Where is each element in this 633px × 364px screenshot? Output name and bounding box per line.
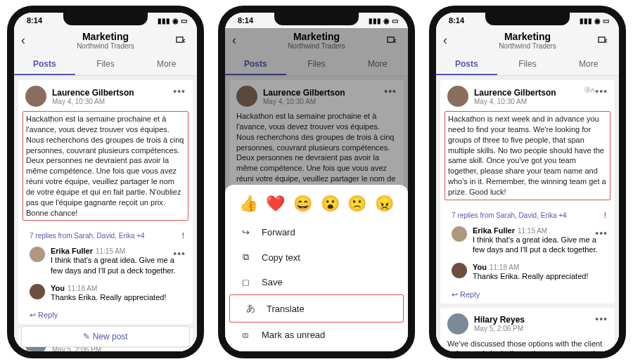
team-subtitle: Northwind Traders: [459, 42, 596, 50]
priority-icon: !: [604, 212, 606, 219]
tab-posts[interactable]: Posts: [436, 54, 497, 75]
reply-item[interactable]: You11:18 AM Thanks Erika. Really appreci…: [18, 280, 193, 306]
post-time: May 4, 10:30 AM: [474, 98, 556, 105]
menu-unread[interactable]: ⦻ Mark as unread: [225, 323, 408, 347]
reply-author: Erika Fuller: [51, 247, 93, 255]
post-body-highlighted: Hackathon is next week and in advance yo…: [445, 111, 610, 200]
avatar: [25, 86, 46, 107]
reply-more-icon[interactable]: •••: [595, 228, 608, 239]
reply-button[interactable]: ↩ Reply: [18, 306, 193, 324]
reply-item[interactable]: You11:18 AM Thanks Erika. Really appreci…: [440, 259, 615, 285]
team-subtitle: Northwind Traders: [37, 42, 174, 50]
tab-posts[interactable]: Posts: [14, 54, 75, 75]
avatar: [30, 284, 45, 299]
collapse-icon[interactable]: [596, 34, 612, 47]
tab-more[interactable]: More: [136, 54, 197, 75]
notch: [485, 13, 570, 25]
translated-badge-icon: ⓐA: [584, 86, 595, 95]
post-time: May 4, 10:30 AM: [52, 98, 134, 105]
post-card[interactable]: ••• Hilary Reyes May 5, 2:06 PM We've di…: [440, 308, 615, 351]
post-author: Laurence Gilbertson: [474, 88, 556, 98]
phone-middle: 8:14 ▮▮▮◉▭ ‹ Marketing Northwind Traders…: [218, 6, 415, 358]
forward-icon: ↪: [239, 227, 252, 238]
tab-files[interactable]: Files: [497, 54, 558, 75]
channel-title: Marketing: [37, 31, 174, 42]
tabs: Posts Files More: [436, 54, 619, 76]
signal-icon: ▮▮▮: [158, 17, 170, 25]
status-time: 8:14: [27, 16, 42, 25]
post-card[interactable]: ••• ⓐA Laurence Gilbertson May 4, 10:30 …: [440, 80, 615, 207]
menu-save[interactable]: ◻ Save: [225, 270, 408, 294]
collapse-icon[interactable]: [174, 34, 190, 47]
phone-right: 8:14 ▮▮▮◉▭ ‹ Marketing Northwind Traders…: [429, 6, 626, 358]
reply-button[interactable]: ↩ Reply: [440, 286, 615, 304]
channel-title: Marketing: [459, 31, 596, 42]
copy-icon: ⧉: [239, 252, 252, 263]
reply-time: 11:15 AM: [96, 247, 125, 255]
post-more-icon[interactable]: •••: [173, 86, 186, 97]
reaction-surprised[interactable]: 😮: [321, 195, 340, 213]
notch: [274, 13, 359, 25]
reply-item[interactable]: Erika Fuller11:15 AM I think that's a gr…: [440, 222, 615, 259]
battery-icon: ▭: [181, 17, 187, 25]
menu-copy[interactable]: ⧉ Copy text: [225, 245, 408, 270]
reply-author: You: [51, 284, 65, 292]
tabs: Posts Files More: [14, 54, 197, 76]
reply-more-icon[interactable]: •••: [173, 248, 186, 259]
replies-summary[interactable]: 7 replies from Sarah, David, Erika +4 !: [18, 228, 193, 242]
status-indicators: ▮▮▮◉▭: [369, 17, 398, 25]
post-time: May 5, 2:06 PM: [474, 325, 525, 332]
status-indicators: ▮▮▮◉▭: [580, 17, 609, 25]
new-post-button[interactable]: ✎ New post: [21, 326, 190, 347]
priority-icon: !: [182, 232, 184, 240]
posts-feed[interactable]: ••• ⓐA Laurence Gilbertson May 4, 10:30 …: [436, 76, 619, 351]
reply-body: Thanks Erika. Really appreciated!: [51, 292, 166, 302]
compose-icon: ✎: [83, 332, 90, 342]
replies-summary[interactable]: 7 replies from Sarah, David, Erika +4!: [440, 207, 615, 222]
tab-files[interactable]: Files: [75, 54, 136, 75]
reply-time: 11:18 AM: [68, 285, 97, 292]
post-more-icon[interactable]: •••: [595, 86, 608, 97]
tab-more[interactable]: More: [558, 54, 619, 75]
post-more-icon[interactable]: •••: [595, 313, 608, 325]
post-body-highlighted: Hackathon est la semaine prochaine et à …: [23, 111, 188, 221]
reaction-angry[interactable]: 😠: [375, 195, 394, 213]
reaction-bar: 👍 ❤️ 😄 😮 🙁 😠: [225, 192, 408, 220]
avatar: [447, 313, 468, 334]
posts-feed[interactable]: ••• Laurence Gilbertson May 4, 10:30 AM …: [14, 76, 197, 351]
wifi-icon: ◉: [172, 17, 179, 25]
channel-header: ‹ Marketing Northwind Traders: [436, 28, 619, 54]
translate-icon: あ: [244, 302, 257, 315]
unread-icon: ⦻: [239, 330, 252, 340]
avatar: [452, 263, 467, 278]
post-card[interactable]: ••• Laurence Gilbertson May 4, 10:30 AM …: [18, 80, 193, 228]
notch: [63, 13, 148, 25]
bookmark-icon: ◻: [239, 277, 252, 287]
menu-translate[interactable]: あ Translate: [229, 294, 404, 323]
status-time: 8:14: [449, 16, 464, 25]
phone-left: 8:14 ▮▮▮ ◉ ▭ ‹ Marketing Northwind Trade…: [7, 6, 204, 358]
status-time: 8:14: [238, 16, 253, 25]
reply-item[interactable]: Erika Fuller11:15 AM I think that's a gr…: [18, 242, 193, 280]
reaction-sad[interactable]: 🙁: [347, 195, 366, 213]
post-author: Laurence Gilbertson: [52, 88, 134, 98]
back-button[interactable]: ‹: [443, 33, 459, 48]
reaction-thumbsup[interactable]: 👍: [239, 195, 258, 213]
action-sheet: 👍 ❤️ 😄 😮 🙁 😠 ↪ Forward ⧉ Copy text ◻ Sav…: [225, 185, 408, 351]
status-indicators: ▮▮▮ ◉ ▭: [158, 17, 187, 25]
svg-rect-0: [177, 37, 183, 42]
avatar: [452, 226, 467, 242]
menu-forward[interactable]: ↪ Forward: [225, 220, 408, 245]
channel-header: ‹ Marketing Northwind Traders: [14, 28, 197, 54]
post-author: Hilary Reyes: [474, 315, 525, 325]
reaction-heart[interactable]: ❤️: [266, 195, 285, 213]
svg-rect-2: [599, 37, 605, 42]
back-button[interactable]: ‹: [21, 33, 37, 48]
reply-body: I think that's a great idea. Give me a f…: [51, 255, 186, 275]
avatar: [447, 86, 468, 107]
post-body: We've discussed those options with the c…: [447, 339, 608, 351]
reaction-laugh[interactable]: 😄: [293, 195, 312, 213]
avatar: [30, 247, 45, 262]
